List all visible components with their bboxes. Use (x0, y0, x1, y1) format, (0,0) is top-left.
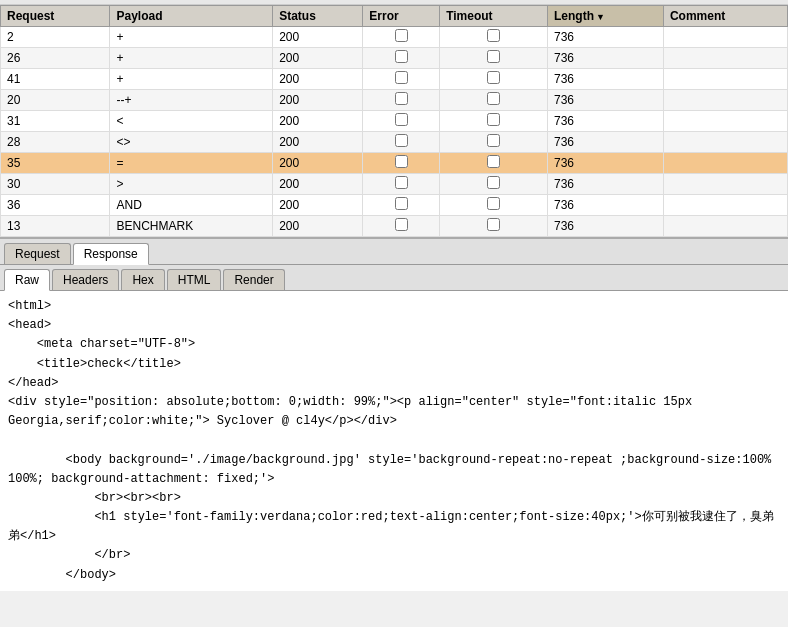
cell-length: 736 (547, 48, 663, 69)
cell-status: 200 (273, 90, 363, 111)
error-checkbox[interactable] (395, 155, 408, 168)
cell-request: 36 (1, 195, 110, 216)
cell-timeout (440, 111, 548, 132)
tab-render[interactable]: Render (223, 269, 284, 290)
timeout-checkbox[interactable] (487, 155, 500, 168)
cell-timeout (440, 90, 548, 111)
sort-icon: ▼ (596, 12, 605, 22)
cell-comment (663, 111, 787, 132)
results-table: RequestPayloadStatusErrorTimeoutLength▼C… (0, 5, 788, 237)
timeout-checkbox[interactable] (487, 113, 500, 126)
cell-comment (663, 174, 787, 195)
table-row[interactable]: 41+200736 (1, 69, 788, 90)
cell-status: 200 (273, 48, 363, 69)
error-checkbox[interactable] (395, 134, 408, 147)
bottom-tab-bar-2: RawHeadersHexHTMLRender (0, 265, 788, 291)
cell-error (363, 174, 440, 195)
table-row[interactable]: 13BENCHMARK200736 (1, 216, 788, 237)
cell-timeout (440, 132, 548, 153)
cell-timeout (440, 216, 548, 237)
cell-request: 30 (1, 174, 110, 195)
cell-status: 200 (273, 69, 363, 90)
cell-timeout (440, 174, 548, 195)
cell-length: 736 (547, 69, 663, 90)
cell-request: 26 (1, 48, 110, 69)
table-row[interactable]: 30>200736 (1, 174, 788, 195)
cell-error (363, 69, 440, 90)
table-row[interactable]: 36AND200736 (1, 195, 788, 216)
cell-error (363, 153, 440, 174)
error-checkbox[interactable] (395, 50, 408, 63)
timeout-checkbox[interactable] (487, 218, 500, 231)
code-panel: <html> <head> <meta charset="UTF-8"> <ti… (0, 291, 788, 591)
col-header-length[interactable]: Length▼ (547, 6, 663, 27)
cell-error (363, 216, 440, 237)
cell-length: 736 (547, 216, 663, 237)
cell-error (363, 111, 440, 132)
cell-payload: AND (110, 195, 273, 216)
col-header-timeout: Timeout (440, 6, 548, 27)
error-checkbox[interactable] (395, 218, 408, 231)
table-row[interactable]: 20--+200736 (1, 90, 788, 111)
tab-html[interactable]: HTML (167, 269, 222, 290)
cell-comment (663, 48, 787, 69)
cell-length: 736 (547, 27, 663, 48)
timeout-checkbox[interactable] (487, 197, 500, 210)
bottom-tab-bar-1: RequestResponse (0, 239, 788, 265)
cell-timeout (440, 27, 548, 48)
table-row[interactable]: 26+200736 (1, 48, 788, 69)
error-checkbox[interactable] (395, 71, 408, 84)
cell-request: 20 (1, 90, 110, 111)
timeout-checkbox[interactable] (487, 71, 500, 84)
tab-request[interactable]: Request (4, 243, 71, 264)
tab-headers[interactable]: Headers (52, 269, 119, 290)
cell-length: 736 (547, 90, 663, 111)
col-header-status: Status (273, 6, 363, 27)
error-checkbox[interactable] (395, 113, 408, 126)
cell-payload: + (110, 69, 273, 90)
cell-comment (663, 69, 787, 90)
tab-hex[interactable]: Hex (121, 269, 164, 290)
error-checkbox[interactable] (395, 29, 408, 42)
timeout-checkbox[interactable] (487, 134, 500, 147)
cell-comment (663, 27, 787, 48)
cell-comment (663, 153, 787, 174)
cell-payload: = (110, 153, 273, 174)
cell-timeout (440, 153, 548, 174)
cell-length: 736 (547, 153, 663, 174)
cell-payload: <> (110, 132, 273, 153)
cell-status: 200 (273, 111, 363, 132)
cell-comment (663, 195, 787, 216)
cell-length: 736 (547, 195, 663, 216)
table-row[interactable]: 35=200736 (1, 153, 788, 174)
cell-timeout (440, 195, 548, 216)
cell-status: 200 (273, 27, 363, 48)
timeout-checkbox[interactable] (487, 29, 500, 42)
cell-payload: BENCHMARK (110, 216, 273, 237)
cell-payload: + (110, 48, 273, 69)
cell-status: 200 (273, 132, 363, 153)
cell-comment (663, 216, 787, 237)
cell-request: 28 (1, 132, 110, 153)
tab-raw[interactable]: Raw (4, 269, 50, 291)
table-row[interactable]: 31<200736 (1, 111, 788, 132)
cell-timeout (440, 48, 548, 69)
error-checkbox[interactable] (395, 92, 408, 105)
timeout-checkbox[interactable] (487, 176, 500, 189)
cell-length: 736 (547, 132, 663, 153)
timeout-checkbox[interactable] (487, 50, 500, 63)
error-checkbox[interactable] (395, 197, 408, 210)
table-row[interactable]: 2+200736 (1, 27, 788, 48)
cell-status: 200 (273, 216, 363, 237)
cell-error (363, 132, 440, 153)
timeout-checkbox[interactable] (487, 92, 500, 105)
cell-timeout (440, 69, 548, 90)
tab-response[interactable]: Response (73, 243, 149, 265)
cell-payload: < (110, 111, 273, 132)
cell-request: 31 (1, 111, 110, 132)
cell-status: 200 (273, 174, 363, 195)
cell-comment (663, 90, 787, 111)
col-header-comment: Comment (663, 6, 787, 27)
table-row[interactable]: 28<>200736 (1, 132, 788, 153)
error-checkbox[interactable] (395, 176, 408, 189)
